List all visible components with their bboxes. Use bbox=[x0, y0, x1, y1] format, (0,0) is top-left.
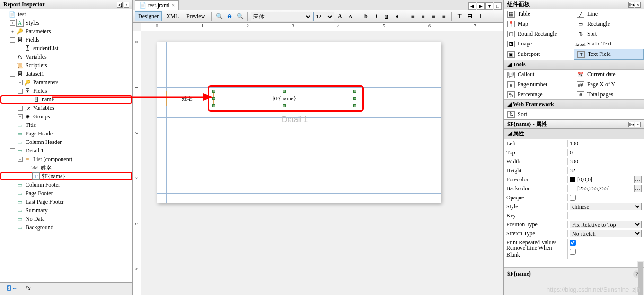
pal-image[interactable]: 🖼Image bbox=[504, 39, 574, 49]
pal-table[interactable]: ▦Table bbox=[504, 9, 574, 19]
mode-preview[interactable]: Preview bbox=[183, 11, 208, 21]
node-colheader[interactable]: ▭Column Header bbox=[0, 138, 132, 146]
pal-statictext[interactable]: labelStatic Text bbox=[574, 39, 644, 49]
color-picker-button[interactable]: … bbox=[634, 176, 642, 183]
node-label-name[interactable]: label姓名 bbox=[0, 163, 132, 172]
expand-icon[interactable]: + bbox=[18, 114, 23, 119]
underline-icon[interactable]: u bbox=[382, 12, 391, 21]
prop-height[interactable]: Height32 bbox=[504, 166, 644, 175]
properties-table[interactable]: Left100Top0Width300Height32Forecolor[0,0… bbox=[504, 139, 644, 267]
pal-pagexofy[interactable]: ##Page X of Y bbox=[574, 80, 644, 89]
node-ds-variables[interactable]: +ƒxVariables bbox=[0, 104, 132, 112]
prop-value[interactable]: [0,0,0]… bbox=[568, 176, 644, 183]
mode-designer[interactable]: Designer bbox=[135, 11, 162, 21]
prop-checkbox[interactable] bbox=[570, 195, 576, 201]
footer-fx-icon[interactable]: ƒx bbox=[25, 285, 30, 292]
prop-checkbox[interactable] bbox=[570, 249, 576, 255]
node-pageheader[interactable]: ▭Page Header bbox=[0, 129, 132, 138]
prop-value[interactable]: chinese bbox=[568, 203, 644, 210]
node-lastpagefooter[interactable]: ▭Last Page Footer bbox=[0, 197, 132, 206]
expand-icon[interactable]: - bbox=[10, 148, 15, 153]
pal-subreport[interactable]: ▣Subreport bbox=[504, 49, 574, 60]
pal-roundrect[interactable]: ▢Round Rectangle bbox=[504, 29, 574, 39]
prop-left[interactable]: Left100 bbox=[504, 139, 644, 148]
tab-close-icon[interactable]: × bbox=[172, 2, 175, 9]
prop-backcolor[interactable]: Backcolor[255,255,255]… bbox=[504, 184, 644, 193]
footer-db-icon[interactable]: 🗄↔ bbox=[6, 285, 18, 292]
element-text-field[interactable]: $F{name} bbox=[213, 91, 355, 106]
tab-list-icon[interactable]: ▾ bbox=[485, 2, 493, 10]
valign-bottom-icon[interactable]: ⊥ bbox=[476, 12, 485, 21]
prop-remove-line-when-blank[interactable]: Remove Line When Blank bbox=[504, 247, 644, 256]
pal-pagenum[interactable]: #Page number bbox=[504, 80, 574, 89]
node-studentlist[interactable]: 🗄studentList bbox=[0, 44, 132, 53]
palette-pin-icon[interactable]: ⊪▸ bbox=[628, 2, 634, 8]
node-nodata[interactable]: ▭No Data bbox=[0, 215, 132, 223]
prop-value[interactable]: No stretch bbox=[568, 230, 644, 237]
props-close-icon[interactable]: × bbox=[635, 122, 641, 127]
prop-value[interactable]: 0 bbox=[568, 149, 644, 156]
strike-icon[interactable]: s bbox=[392, 12, 402, 21]
node-ds-groups[interactable]: +⊕Groups bbox=[0, 112, 132, 121]
prop-value[interactable] bbox=[568, 240, 644, 246]
tab-test-jrxml[interactable]: 📄 test.jrxml × bbox=[135, 0, 179, 10]
props-pin-icon[interactable]: ⊪▸ bbox=[628, 122, 634, 127]
pal-totalpages[interactable]: #Total pages bbox=[574, 89, 644, 99]
prop-value[interactable]: 100 bbox=[568, 140, 644, 147]
report-tree[interactable]: 📄test+AStyles+🔑Parameters-🗄Fields🗄studen… bbox=[0, 9, 132, 282]
mode-xml[interactable]: XML bbox=[163, 11, 182, 21]
font-inc-icon[interactable]: A bbox=[335, 12, 344, 21]
node-scriptlets[interactable]: 📜Scriptlets bbox=[0, 61, 132, 70]
tab-nav-next[interactable]: ▶ bbox=[477, 2, 485, 10]
pal-textfield[interactable]: TText Field bbox=[574, 49, 644, 60]
design-canvas[interactable]: 01234567 0123456 姓名 $F{name} Detail bbox=[133, 23, 503, 295]
prop-width[interactable]: Width300 bbox=[504, 157, 644, 166]
prop-opaque[interactable]: Opaque bbox=[504, 193, 644, 202]
prop-position-type[interactable]: Position TypeFix Relative to Top bbox=[504, 220, 644, 229]
node-dataset1[interactable]: -🗄dataset1 bbox=[0, 70, 132, 78]
zoom-out-icon[interactable]: ⊖ bbox=[225, 12, 234, 21]
node-detail1[interactable]: -▭Detail 1 bbox=[0, 146, 132, 155]
align-right-icon[interactable]: ≡ bbox=[429, 12, 438, 21]
node-colfooter[interactable]: ▭Column Footer bbox=[0, 180, 132, 189]
prop-select[interactable]: No stretch bbox=[570, 230, 642, 237]
expand-icon[interactable]: - bbox=[10, 37, 15, 43]
prop-value[interactable]: 32 bbox=[568, 167, 644, 174]
node-list[interactable]: -≡List (component) bbox=[0, 155, 132, 163]
element-static-text[interactable]: 姓名 bbox=[166, 91, 209, 106]
prop-value[interactable] bbox=[568, 195, 644, 201]
prop-top[interactable]: Top0 bbox=[504, 148, 644, 157]
node-ds-name[interactable]: 🗄name bbox=[0, 95, 132, 104]
pal-callout[interactable]: 💬Callout bbox=[504, 70, 574, 80]
prop-value[interactable]: [255,255,255]… bbox=[568, 185, 644, 192]
italic-icon[interactable]: i bbox=[371, 12, 381, 21]
font-select[interactable]: 宋体 bbox=[251, 12, 312, 21]
node-parameters[interactable]: +🔑Parameters bbox=[0, 27, 132, 36]
pal-currentdate[interactable]: 📅Current date bbox=[574, 70, 644, 80]
node-variables[interactable]: ƒxVariables bbox=[0, 53, 132, 61]
align-left-icon[interactable]: ≡ bbox=[408, 12, 417, 21]
tab-maximize-icon[interactable]: □ bbox=[494, 2, 502, 10]
prop-style[interactable]: Stylechinese bbox=[504, 202, 644, 211]
valign-middle-icon[interactable]: ⊟ bbox=[465, 12, 475, 21]
prop-forecolor[interactable]: Forecolor[0,0,0]… bbox=[504, 175, 644, 184]
align-center-icon[interactable]: ≡ bbox=[418, 12, 428, 21]
prop-select[interactable]: Fix Relative to Top bbox=[570, 221, 642, 228]
pal-sort[interactable]: ⇅Sort bbox=[574, 29, 644, 39]
properties-category[interactable]: ◢属性 bbox=[504, 129, 644, 139]
node-tf-name[interactable]: T$F{name} bbox=[0, 172, 132, 180]
pal-wf-sort[interactable]: ⇅Sort bbox=[504, 109, 574, 119]
palette-close-icon[interactable]: × bbox=[635, 2, 641, 8]
bold-icon[interactable]: b bbox=[361, 12, 371, 21]
prop-value[interactable]: Fix Relative to Top bbox=[568, 221, 644, 228]
node-title[interactable]: ▭Title bbox=[0, 121, 132, 129]
pal-rectangle[interactable]: ▭Rectangle bbox=[574, 19, 644, 29]
properties-scrollbar[interactable] bbox=[637, 261, 644, 267]
report-page[interactable]: 姓名 $F{name} Detail 1 bbox=[157, 42, 441, 203]
node-test[interactable]: 📄test bbox=[0, 10, 132, 18]
valign-top-icon[interactable]: ⊤ bbox=[455, 12, 464, 21]
align-justify-icon[interactable]: ≡ bbox=[439, 12, 449, 21]
expand-icon[interactable]: - bbox=[18, 89, 23, 94]
font-dec-icon[interactable]: A bbox=[345, 12, 355, 21]
tab-nav-prev[interactable]: ◀ bbox=[468, 2, 476, 10]
